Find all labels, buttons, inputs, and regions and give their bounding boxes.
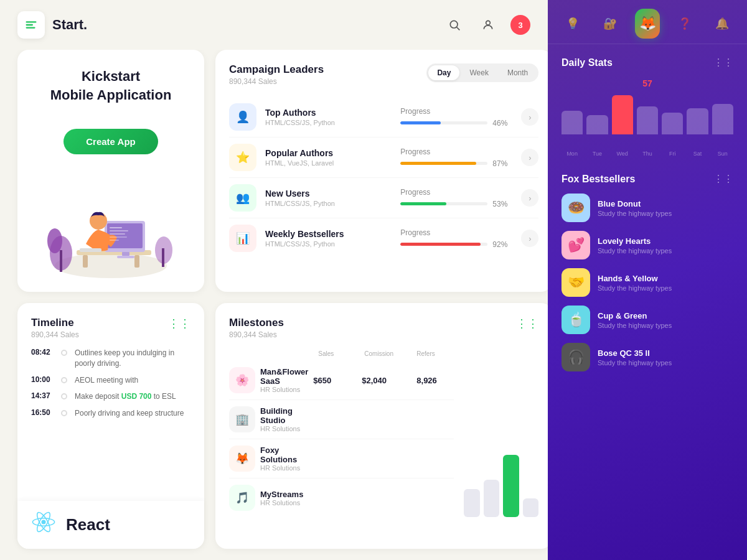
svg-point-3 bbox=[450, 21, 458, 28]
svg-line-4 bbox=[457, 27, 460, 30]
header-left: Start. bbox=[17, 11, 87, 39]
svg-point-26 bbox=[41, 520, 45, 524]
campaign-row-progress: Progress 87% bbox=[400, 147, 512, 168]
campaign-row-info: Popular Authors HTML, VueJS, Laravel bbox=[265, 148, 392, 167]
notification-badge[interactable]: 3 bbox=[510, 15, 530, 35]
svg-rect-25 bbox=[110, 240, 119, 241]
campaign-row-tech: HTML, VueJS, Laravel bbox=[265, 159, 392, 167]
campaign-row-chevron[interactable]: › bbox=[521, 230, 538, 247]
milestone-sub: HR Solutions bbox=[260, 386, 308, 393]
campaign-row: 📊 Weekly Bestsellers HTML/CSS/JS, Python… bbox=[229, 218, 538, 258]
campaign-row-name: Weekly Bestsellers bbox=[265, 229, 392, 239]
campaign-row-progress: Progress 46% bbox=[400, 107, 512, 128]
tab-month[interactable]: Month bbox=[499, 65, 537, 80]
progress-pct: 53% bbox=[492, 200, 512, 208]
timeline-time: 14:37 bbox=[31, 391, 54, 400]
milestone-sub: HR Solutions bbox=[260, 499, 308, 506]
search-icon[interactable] bbox=[443, 14, 466, 36]
tab-week[interactable]: Week bbox=[461, 65, 497, 80]
milestone-commission: $2,040 bbox=[362, 376, 411, 385]
timeline-highlight: USD 700 bbox=[121, 392, 152, 401]
campaign-row-tech: HTML/CSS/JS, Python bbox=[265, 240, 392, 248]
milestone-info: Man&Flower SaaS HR Solutions bbox=[260, 367, 308, 393]
svg-rect-21 bbox=[110, 227, 122, 228]
bestseller-name: Hands & Yellow bbox=[598, 274, 733, 283]
progress-row: 46% bbox=[400, 119, 512, 128]
milestones-dots[interactable]: ⋮⋮ bbox=[516, 317, 538, 330]
bestsellers-title: Fox Bestsellers bbox=[561, 174, 635, 185]
svg-rect-22 bbox=[110, 230, 128, 231]
progress-track bbox=[400, 202, 487, 205]
campaign-header: Campaign Leaders 890,344 Sales Day Week … bbox=[229, 63, 538, 86]
milestone-refers: 8,926 bbox=[416, 376, 454, 385]
nav-icon-bulb[interactable]: 💡 bbox=[560, 11, 585, 36]
campaign-row-tech: HTML/CSS/JS, Python bbox=[265, 200, 392, 207]
timeline-subtitle: 890,344 Sales bbox=[31, 330, 79, 339]
milestone-info: Building Studio HR Solutions bbox=[260, 406, 308, 432]
milestone-sub: HR Solutions bbox=[260, 425, 308, 432]
timeline-dots[interactable]: ⋮⋮ bbox=[168, 317, 190, 330]
col-sales-label: Sales bbox=[318, 350, 362, 357]
bestseller-item[interactable]: 🍵 Cup & Green Study the highway types bbox=[561, 306, 733, 334]
timeline-text: AEOL meeting with bbox=[75, 375, 138, 386]
milestone-row: 🦊 Foxy Solutions HR Solutions bbox=[229, 439, 454, 478]
bestsellers-header: Fox Bestsellers ⋮⋮ bbox=[561, 173, 733, 185]
bestseller-thumb: 🍵 bbox=[561, 306, 590, 334]
progress-fill bbox=[400, 162, 476, 165]
create-app-button[interactable]: Create App bbox=[63, 129, 157, 154]
milestone-bar bbox=[523, 498, 539, 517]
timeline-item: 14:37 Make deposit USD 700 to ESL bbox=[31, 391, 190, 402]
milestone-info: MyStreams HR Solutions bbox=[260, 490, 308, 506]
bestseller-sub: Study the highway types bbox=[598, 284, 733, 292]
timeline-time: 08:42 bbox=[31, 348, 54, 357]
user-icon[interactable] bbox=[477, 14, 499, 36]
bestseller-item[interactable]: 💕 Lovely Hearts Study the highway types bbox=[561, 231, 733, 259]
bestseller-item[interactable]: 🤝 Hands & Yellow Study the highway types bbox=[561, 268, 733, 297]
campaign-row-chevron[interactable]: › bbox=[521, 189, 538, 207]
bestsellers-section: Fox Bestsellers ⋮⋮ 🍩 Blue Donut Study th… bbox=[548, 167, 747, 560]
bestseller-item[interactable]: 🎧 Bose QC 35 II Study the highway types bbox=[561, 343, 733, 371]
campaign-row-icon: 👤 bbox=[229, 103, 256, 131]
svg-rect-24 bbox=[110, 236, 127, 238]
daily-bar-label: Mon bbox=[561, 151, 583, 157]
stats-header: Daily Stats ⋮⋮ bbox=[561, 57, 733, 68]
daily-bar-label: Thu bbox=[637, 151, 658, 157]
milestone-icon: 🏢 bbox=[229, 406, 255, 432]
bestseller-items: 🍩 Blue Donut Study the highway types 💕 L… bbox=[561, 194, 733, 371]
bestseller-thumb: 🍩 bbox=[561, 194, 590, 222]
progress-row: 92% bbox=[400, 240, 512, 249]
sidebar-nav: 💡 🔐 🦊 ❓ 🔔 bbox=[548, 0, 747, 44]
svg-point-5 bbox=[486, 21, 491, 25]
nav-icon-fox[interactable]: 🦊 bbox=[635, 11, 660, 36]
progress-pct: 87% bbox=[492, 159, 512, 168]
right-sidebar: 💡 🔐 🦊 ❓ 🔔 Daily Stats ⋮⋮ 57 MonTueWedThu… bbox=[548, 0, 747, 560]
svg-rect-18 bbox=[117, 256, 134, 258]
campaign-title: Campaign Leaders bbox=[229, 63, 324, 76]
timeline-title-group: Timeline 890,344 Sales bbox=[31, 317, 79, 339]
kickstart-illustration bbox=[42, 179, 179, 278]
content-grid: Kickstart Mobile Application Create App bbox=[0, 50, 548, 560]
daily-bar-label: Tue bbox=[586, 151, 608, 157]
timeline-title: Timeline bbox=[31, 317, 79, 329]
tab-day[interactable]: Day bbox=[428, 65, 459, 80]
nav-icon-help[interactable]: ❓ bbox=[672, 11, 697, 36]
campaign-row-progress: Progress 53% bbox=[400, 188, 512, 208]
milestone-bar bbox=[464, 489, 480, 517]
logo-icon bbox=[17, 11, 45, 39]
campaign-row-icon: ⭐ bbox=[229, 144, 256, 171]
daily-stats-dots[interactable]: ⋮⋮ bbox=[713, 57, 733, 68]
campaign-row-chevron[interactable]: › bbox=[521, 108, 538, 126]
bestseller-sub: Study the highway types bbox=[598, 210, 733, 217]
campaign-row-name: Popular Authors bbox=[265, 148, 392, 158]
bestseller-item[interactable]: 🍩 Blue Donut Study the highway types bbox=[561, 194, 733, 222]
daily-bar-label: Fri bbox=[662, 151, 683, 157]
campaign-row-chevron[interactable]: › bbox=[521, 149, 538, 166]
milestones-title: Milestones bbox=[229, 317, 284, 329]
nav-icon-lock[interactable]: 🔐 bbox=[598, 11, 622, 36]
nav-icon-bell[interactable]: 🔔 bbox=[710, 11, 735, 36]
campaign-row-info: New Users HTML/CSS/JS, Python bbox=[265, 189, 392, 207]
daily-bar bbox=[637, 106, 658, 135]
timeline-item: 08:42 Outlines keep you indulging in poo… bbox=[31, 348, 190, 369]
bestsellers-dots[interactable]: ⋮⋮ bbox=[713, 173, 733, 185]
campaign-subtitle: 890,344 Sales bbox=[229, 77, 324, 86]
